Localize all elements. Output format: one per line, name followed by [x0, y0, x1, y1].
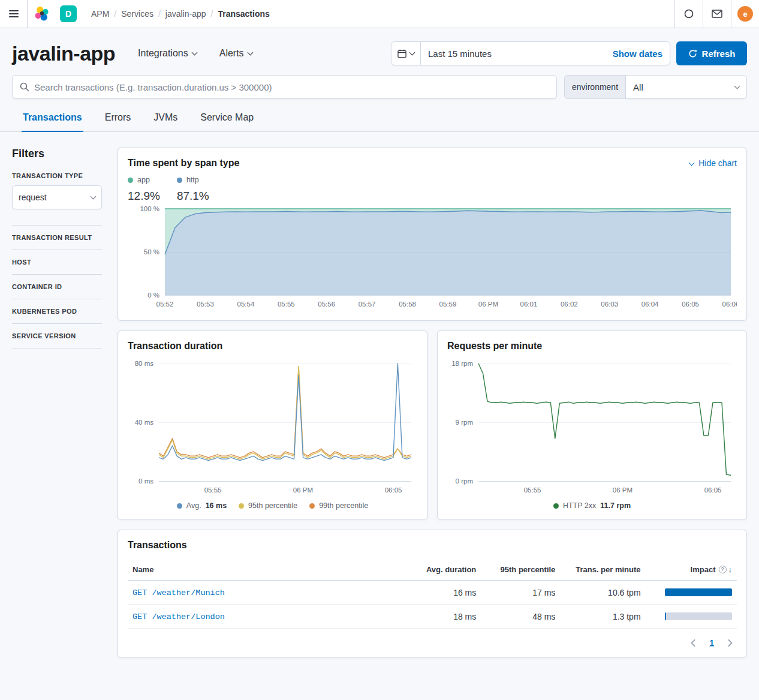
avg-label: Avg.: [186, 501, 201, 510]
legend-99th[interactable]: 99th percentile: [309, 501, 368, 510]
svg-text:06:03: 06:03: [601, 301, 618, 308]
transactions-table-title: Transactions: [128, 540, 737, 551]
p99-label: 99th percentile: [319, 501, 368, 510]
notifications-button[interactable]: [703, 0, 731, 28]
transactions-table-panel: Transactions Name Avg. duration 95th per…: [118, 530, 747, 658]
legend-avg[interactable]: Avg. 16 ms: [177, 501, 227, 510]
svg-text:05:55: 05:55: [204, 486, 222, 494]
svg-text:05:59: 05:59: [439, 301, 457, 308]
help-button[interactable]: [674, 0, 703, 28]
filters-title: Filters: [12, 148, 102, 160]
rpm-legend: HTTP 2xx 11.7 rpm: [447, 501, 737, 510]
integrations-menu[interactable]: Integrations: [138, 48, 197, 59]
breadcrumb-apm[interactable]: APM: [91, 9, 109, 19]
table-row: GET /weather/London 18 ms 48 ms 1.3 tpm: [128, 605, 737, 629]
chevron-down-icon: [191, 49, 197, 55]
alerts-label: Alerts: [219, 48, 244, 59]
svg-text:100 %: 100 %: [140, 205, 159, 212]
impact-bar: [665, 612, 732, 620]
svg-text:06 PM: 06 PM: [478, 301, 498, 308]
svg-text:05:55: 05:55: [278, 301, 295, 308]
legend-95th[interactable]: 95th percentile: [239, 501, 297, 510]
search-transactions-input[interactable]: [34, 82, 549, 92]
refresh-icon: [688, 49, 697, 58]
http-2xx-value: 11.7 rpm: [600, 501, 631, 510]
filter-container-id[interactable]: CONTAINER ID: [12, 275, 102, 299]
show-dates-button[interactable]: Show dates: [606, 49, 670, 59]
requests-per-minute-chart: 18 rpm9 rpm0 rpm05:5506 PM06:05: [447, 357, 737, 497]
menu-icon[interactable]: [0, 0, 28, 28]
transaction-link-london[interactable]: GET /weather/London: [132, 612, 225, 621]
breadcrumb-services[interactable]: Services: [121, 9, 153, 19]
legend-http-2xx[interactable]: HTTP 2xx 11.7 rpm: [553, 501, 631, 510]
requests-per-minute-panel: Requests per minute 18 rpm9 rpm0 rpm05:5…: [437, 331, 747, 520]
svg-text:0 %: 0 %: [147, 292, 159, 299]
mail-icon: [712, 10, 722, 18]
next-page-icon[interactable]: [727, 639, 733, 647]
column-trans-per-minute[interactable]: Trans. per minute: [560, 559, 645, 581]
column-name: Name: [128, 559, 408, 581]
top-navigation-bar: D APM / Services / javalin-app / Transac…: [0, 0, 759, 28]
tab-service-map[interactable]: Service Map: [199, 112, 255, 131]
previous-page-icon[interactable]: [690, 639, 696, 647]
page-number[interactable]: 1: [709, 638, 714, 648]
svg-text:05:53: 05:53: [197, 301, 214, 308]
duration-legend: Avg. 16 ms 95th percentile 99th percenti…: [128, 501, 417, 510]
environment-label: environment: [564, 75, 625, 99]
transactions-table: Name Avg. duration 95th percentile Trans…: [128, 559, 737, 629]
filters-sidebar: Filters TRANSACTION TYPE request TRANSAC…: [12, 148, 102, 669]
http-series-dot-icon: [177, 178, 182, 183]
svg-text:06:02: 06:02: [561, 301, 578, 308]
user-menu-button[interactable]: e: [731, 0, 759, 28]
http-2xx-dot-icon: [553, 503, 559, 509]
breadcrumb-separator: /: [114, 9, 116, 19]
service-tabs: Transactions Errors JVMs Service Map: [0, 112, 759, 132]
breadcrumb-javalin-app[interactable]: javalin-app: [165, 9, 206, 19]
filter-transaction-result[interactable]: TRANSACTION RESULT: [12, 226, 102, 250]
filter-kubernetes-pod[interactable]: KUBERNETES POD: [12, 299, 102, 324]
hide-chart-button[interactable]: Hide chart: [689, 158, 737, 168]
impact-bar: [665, 588, 732, 596]
svg-text:06 PM: 06 PM: [613, 486, 632, 494]
legend-app[interactable]: app: [128, 176, 160, 184]
breadcrumb-separator: /: [211, 9, 213, 19]
svg-text:06:05: 06:05: [385, 486, 402, 494]
quick-select-button[interactable]: [391, 42, 421, 65]
http-percentage: 87.1%: [177, 190, 209, 203]
p95-series-dot-icon: [239, 503, 244, 509]
svg-text:06:06: 06:06: [722, 301, 737, 308]
transaction-type-select[interactable]: request: [12, 185, 102, 209]
transaction-duration-panel: Transaction duration 80 ms40 ms0 ms05:55…: [118, 331, 427, 520]
time-range-value[interactable]: Last 15 minutes: [421, 49, 606, 59]
column-avg-duration[interactable]: Avg. duration: [408, 559, 481, 581]
chevron-down-icon: [91, 193, 97, 199]
pagination: 1: [128, 638, 737, 648]
p95-value: 48 ms: [481, 605, 560, 629]
space-badge[interactable]: D: [60, 5, 77, 22]
column-95th-percentile[interactable]: 95th percentile: [481, 559, 560, 581]
avg-duration-value: 16 ms: [408, 581, 481, 605]
alerts-menu[interactable]: Alerts: [219, 48, 252, 59]
avg-series-dot-icon: [177, 503, 182, 509]
svg-text:0 rpm: 0 rpm: [456, 477, 473, 485]
impact-label: Impact: [691, 565, 716, 574]
sort-desc-icon[interactable]: ↓: [728, 565, 733, 574]
legend-http[interactable]: http: [177, 176, 209, 184]
calendar-icon: [397, 49, 406, 58]
environment-select[interactable]: All: [625, 75, 747, 99]
filter-service-version[interactable]: SERVICE VERSION: [12, 324, 102, 349]
refresh-button[interactable]: Refresh: [676, 41, 747, 65]
requests-per-minute-chart-svg: 18 rpm9 rpm0 rpm05:5506 PM06:05: [447, 357, 737, 497]
elastic-logo[interactable]: [28, 0, 56, 28]
breadcrumb-separator: /: [158, 9, 161, 19]
column-impact[interactable]: Impact?↓: [646, 559, 737, 581]
filter-host[interactable]: HOST: [12, 250, 102, 275]
tab-jvms[interactable]: JVMs: [152, 112, 179, 131]
p95-label: 95th percentile: [248, 501, 297, 510]
transaction-link-munich[interactable]: GET /weather/Munich: [132, 588, 225, 597]
tab-transactions[interactable]: Transactions: [22, 112, 83, 132]
svg-text:06:04: 06:04: [641, 301, 659, 308]
svg-text:05:58: 05:58: [399, 301, 416, 308]
elastic-logo-icon: [34, 6, 50, 22]
tab-errors[interactable]: Errors: [104, 112, 132, 131]
